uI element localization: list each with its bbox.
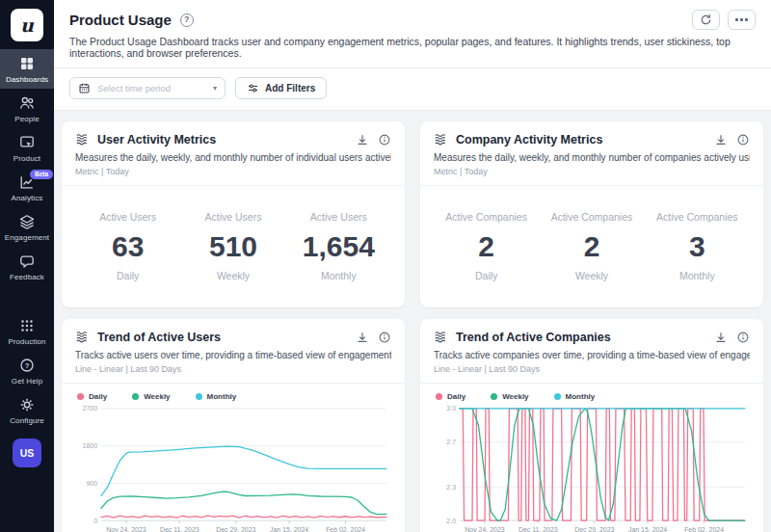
download-icon[interactable] xyxy=(356,133,369,146)
metric-value: 510 xyxy=(180,230,285,263)
svg-text:Feb 02, 2024: Feb 02, 2024 xyxy=(326,526,365,532)
sidebar-label: Feedback xyxy=(10,273,44,281)
waves-icon xyxy=(75,330,90,344)
legend-dot xyxy=(77,393,84,400)
metric-monthly: Active Users 1,654 Monthly xyxy=(286,211,391,281)
divider xyxy=(420,383,763,384)
product-icon xyxy=(18,134,36,151)
page-description: The Product Usage Dashboard tracks user … xyxy=(69,36,756,59)
legend-label: Daily xyxy=(89,392,107,401)
filter-bar: Select time period ▾ Add Filters xyxy=(54,68,771,111)
metric-label: Active Companies xyxy=(645,211,750,223)
waves-icon xyxy=(434,132,448,146)
card-description: Tracks active users over time, providing… xyxy=(75,350,391,360)
legend-dot xyxy=(196,393,202,400)
sidebar-label: Get Help xyxy=(12,377,42,386)
metric-value: 1,654 xyxy=(286,230,391,263)
legend-item-weekly[interactable]: Weekly xyxy=(132,392,170,401)
people-icon xyxy=(18,94,36,112)
legend-item-daily[interactable]: Daily xyxy=(436,392,465,401)
legend-item-monthly[interactable]: Monthly xyxy=(554,392,596,401)
dashboards-icon xyxy=(18,55,36,72)
metric-period: Monthly xyxy=(286,270,391,281)
legend-label: Daily xyxy=(447,392,465,401)
more-options-button[interactable] xyxy=(728,10,756,30)
info-icon[interactable] xyxy=(736,133,750,146)
legend-label: Weekly xyxy=(144,392,170,401)
refresh-icon xyxy=(700,13,712,26)
calendar-icon xyxy=(78,82,91,94)
legend-item-weekly[interactable]: Weekly xyxy=(491,392,528,401)
sidebar-label: Analytics xyxy=(12,194,43,202)
help-icon: ? xyxy=(18,357,36,374)
download-icon[interactable] xyxy=(714,331,728,344)
metric-value: 63 xyxy=(75,230,180,263)
sidebar-item-get-help[interactable]: ? Get Help xyxy=(0,351,54,390)
card-description: Measures the daily, weekly, and monthly … xyxy=(75,152,391,163)
divider xyxy=(62,383,405,384)
chart-legend: Daily Weekly Monthly xyxy=(77,392,389,401)
metric-period: Weekly xyxy=(539,270,644,281)
chart-legend: Daily Weekly Monthly xyxy=(436,392,748,401)
card-title: Trend of Active Users xyxy=(97,331,221,344)
info-icon[interactable] xyxy=(378,133,391,146)
svg-text:2.3: 2.3 xyxy=(446,484,456,491)
card-title: User Activity Metrics xyxy=(97,133,216,146)
line-chart-active-users[interactable]: 090018002700Nov 24, 2023Dec 11, 2023Dec … xyxy=(75,404,391,532)
metrics-row: Active Users 63 Daily Active Users 510 W… xyxy=(75,186,391,281)
svg-text:900: 900 xyxy=(86,480,97,487)
svg-text:Dec 11, 2023: Dec 11, 2023 xyxy=(518,526,558,532)
legend-dot xyxy=(132,393,139,400)
sidebar-item-configure[interactable]: Configure xyxy=(0,390,54,430)
svg-text:Dec 29, 2023: Dec 29, 2023 xyxy=(216,526,255,532)
sidebar-item-engagement[interactable]: Engagement xyxy=(0,207,54,247)
sidebar-item-product[interactable]: Product xyxy=(0,128,54,168)
metric-daily: Active Users 63 Daily xyxy=(75,211,180,281)
svg-text:Feb 02, 2024: Feb 02, 2024 xyxy=(684,526,724,532)
legend-dot xyxy=(436,393,442,400)
legend-item-monthly[interactable]: Monthly xyxy=(196,392,237,401)
svg-text:2.7: 2.7 xyxy=(446,439,456,445)
sidebar-item-dashboards[interactable]: Dashboards xyxy=(0,49,54,89)
metric-period: Daily xyxy=(75,270,180,281)
card-meta: Metric | Today xyxy=(434,167,750,176)
user-avatar[interactable]: US xyxy=(13,439,41,467)
legend-label: Weekly xyxy=(502,392,528,401)
sidebar-label: Engagement xyxy=(5,233,49,242)
legend-label: Monthly xyxy=(566,392,596,401)
add-filters-button[interactable]: Add Filters xyxy=(235,77,327,99)
svg-text:Dec 29, 2023: Dec 29, 2023 xyxy=(574,526,614,532)
sidebar-label: Configure xyxy=(10,416,44,425)
info-icon[interactable] xyxy=(736,331,750,344)
refresh-button[interactable] xyxy=(692,10,720,30)
time-period-select[interactable]: Select time period ▾ xyxy=(69,77,226,99)
metric-value: 2 xyxy=(539,230,644,263)
legend-item-daily[interactable]: Daily xyxy=(77,392,107,401)
beta-badge: Beta xyxy=(30,170,53,179)
download-icon[interactable] xyxy=(356,331,369,344)
waves-icon xyxy=(75,132,90,146)
line-chart-active-companies[interactable]: 2.02.32.73.0Nov 24, 2023Dec 11, 2023Dec … xyxy=(434,404,750,532)
card-meta: Line - Linear | Last 90 Days xyxy=(434,364,750,374)
sidebar-label: People xyxy=(14,115,40,123)
sidebar-item-analytics[interactable]: Beta Analytics xyxy=(0,168,54,207)
sidebar-label: Product xyxy=(13,154,40,163)
metric-label: Active Users xyxy=(286,211,391,223)
svg-text:Jan 15, 2024: Jan 15, 2024 xyxy=(270,526,308,532)
main-area: Product Usage ? The Product Usage Dashbo… xyxy=(54,0,771,532)
download-icon[interactable] xyxy=(714,133,728,146)
waves-icon xyxy=(434,330,448,344)
userpilot-logo[interactable]: u xyxy=(11,9,43,41)
page-help-icon[interactable]: ? xyxy=(180,13,194,27)
metric-value: 3 xyxy=(645,230,750,263)
svg-text:Dec 11, 2023: Dec 11, 2023 xyxy=(160,526,199,532)
filter-sliders-icon xyxy=(247,82,259,94)
sidebar-label: Dashboards xyxy=(6,75,48,84)
sidebar-item-feedback[interactable]: Feedback xyxy=(0,247,54,286)
sidebar-item-production[interactable]: Production xyxy=(0,311,54,351)
info-icon[interactable] xyxy=(378,331,391,344)
svg-text:?: ? xyxy=(25,361,30,370)
legend-dot xyxy=(491,393,497,400)
sidebar-item-people[interactable]: People xyxy=(0,89,54,128)
feedback-icon xyxy=(18,253,36,270)
